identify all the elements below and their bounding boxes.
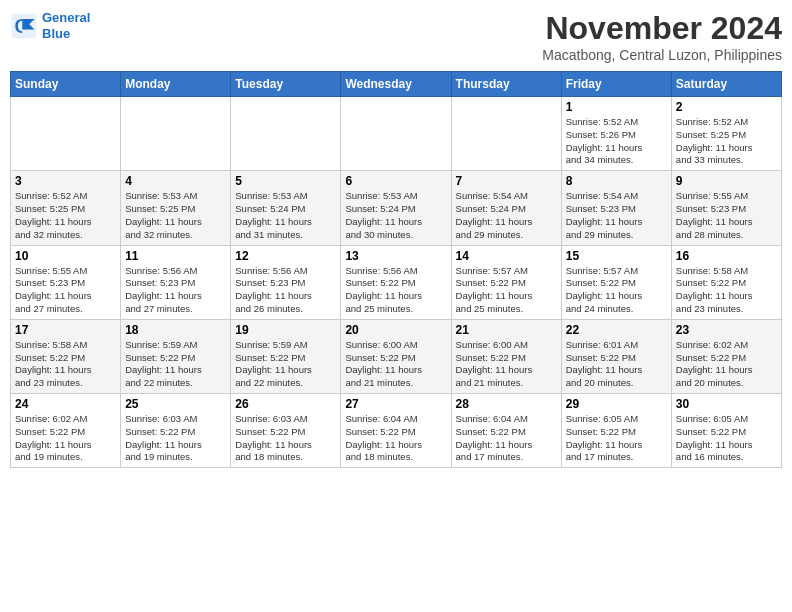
- day-info: Sunrise: 5:56 AM Sunset: 5:22 PM Dayligh…: [345, 265, 446, 316]
- calendar-cell: 30Sunrise: 6:05 AM Sunset: 5:22 PM Dayli…: [671, 394, 781, 468]
- day-info: Sunrise: 5:58 AM Sunset: 5:22 PM Dayligh…: [676, 265, 777, 316]
- calendar-cell: 10Sunrise: 5:55 AM Sunset: 5:23 PM Dayli…: [11, 245, 121, 319]
- logo: General Blue: [10, 10, 90, 41]
- calendar-cell: 29Sunrise: 6:05 AM Sunset: 5:22 PM Dayli…: [561, 394, 671, 468]
- day-info: Sunrise: 5:53 AM Sunset: 5:24 PM Dayligh…: [345, 190, 446, 241]
- day-info: Sunrise: 5:52 AM Sunset: 5:25 PM Dayligh…: [676, 116, 777, 167]
- day-info: Sunrise: 5:53 AM Sunset: 5:24 PM Dayligh…: [235, 190, 336, 241]
- day-number: 9: [676, 174, 777, 188]
- day-number: 1: [566, 100, 667, 114]
- day-number: 24: [15, 397, 116, 411]
- calendar-cell: 3Sunrise: 5:52 AM Sunset: 5:25 PM Daylig…: [11, 171, 121, 245]
- day-info: Sunrise: 5:56 AM Sunset: 5:23 PM Dayligh…: [235, 265, 336, 316]
- day-number: 4: [125, 174, 226, 188]
- day-number: 29: [566, 397, 667, 411]
- weekday-header-friday: Friday: [561, 72, 671, 97]
- calendar-cell: [11, 97, 121, 171]
- day-info: Sunrise: 5:52 AM Sunset: 5:25 PM Dayligh…: [15, 190, 116, 241]
- day-info: Sunrise: 6:02 AM Sunset: 5:22 PM Dayligh…: [676, 339, 777, 390]
- weekday-header-thursday: Thursday: [451, 72, 561, 97]
- calendar-cell: [451, 97, 561, 171]
- day-info: Sunrise: 6:00 AM Sunset: 5:22 PM Dayligh…: [345, 339, 446, 390]
- day-info: Sunrise: 5:57 AM Sunset: 5:22 PM Dayligh…: [456, 265, 557, 316]
- day-number: 22: [566, 323, 667, 337]
- day-info: Sunrise: 6:05 AM Sunset: 5:22 PM Dayligh…: [566, 413, 667, 464]
- day-number: 28: [456, 397, 557, 411]
- day-number: 2: [676, 100, 777, 114]
- day-info: Sunrise: 6:02 AM Sunset: 5:22 PM Dayligh…: [15, 413, 116, 464]
- calendar-table: SundayMondayTuesdayWednesdayThursdayFrid…: [10, 71, 782, 468]
- day-number: 8: [566, 174, 667, 188]
- day-number: 10: [15, 249, 116, 263]
- calendar-cell: 12Sunrise: 5:56 AM Sunset: 5:23 PM Dayli…: [231, 245, 341, 319]
- day-number: 18: [125, 323, 226, 337]
- day-info: Sunrise: 5:55 AM Sunset: 5:23 PM Dayligh…: [15, 265, 116, 316]
- day-number: 5: [235, 174, 336, 188]
- day-number: 17: [15, 323, 116, 337]
- day-info: Sunrise: 6:04 AM Sunset: 5:22 PM Dayligh…: [345, 413, 446, 464]
- calendar-cell: 6Sunrise: 5:53 AM Sunset: 5:24 PM Daylig…: [341, 171, 451, 245]
- weekday-header-sunday: Sunday: [11, 72, 121, 97]
- day-number: 7: [456, 174, 557, 188]
- day-number: 13: [345, 249, 446, 263]
- day-number: 30: [676, 397, 777, 411]
- calendar-cell: 19Sunrise: 5:59 AM Sunset: 5:22 PM Dayli…: [231, 319, 341, 393]
- page-header: General Blue November 2024 Macatbong, Ce…: [10, 10, 782, 63]
- day-info: Sunrise: 5:59 AM Sunset: 5:22 PM Dayligh…: [125, 339, 226, 390]
- calendar-cell: 26Sunrise: 6:03 AM Sunset: 5:22 PM Dayli…: [231, 394, 341, 468]
- day-info: Sunrise: 5:55 AM Sunset: 5:23 PM Dayligh…: [676, 190, 777, 241]
- calendar-cell: 22Sunrise: 6:01 AM Sunset: 5:22 PM Dayli…: [561, 319, 671, 393]
- calendar-cell: 24Sunrise: 6:02 AM Sunset: 5:22 PM Dayli…: [11, 394, 121, 468]
- month-title: November 2024: [542, 10, 782, 47]
- calendar-cell: 4Sunrise: 5:53 AM Sunset: 5:25 PM Daylig…: [121, 171, 231, 245]
- calendar-cell: 1Sunrise: 5:52 AM Sunset: 5:26 PM Daylig…: [561, 97, 671, 171]
- day-number: 15: [566, 249, 667, 263]
- day-number: 26: [235, 397, 336, 411]
- day-number: 11: [125, 249, 226, 263]
- calendar-week-2: 3Sunrise: 5:52 AM Sunset: 5:25 PM Daylig…: [11, 171, 782, 245]
- calendar-cell: 13Sunrise: 5:56 AM Sunset: 5:22 PM Dayli…: [341, 245, 451, 319]
- day-info: Sunrise: 5:59 AM Sunset: 5:22 PM Dayligh…: [235, 339, 336, 390]
- day-info: Sunrise: 5:58 AM Sunset: 5:22 PM Dayligh…: [15, 339, 116, 390]
- day-number: 20: [345, 323, 446, 337]
- day-number: 16: [676, 249, 777, 263]
- calendar-cell: 9Sunrise: 5:55 AM Sunset: 5:23 PM Daylig…: [671, 171, 781, 245]
- day-info: Sunrise: 6:04 AM Sunset: 5:22 PM Dayligh…: [456, 413, 557, 464]
- calendar-header: SundayMondayTuesdayWednesdayThursdayFrid…: [11, 72, 782, 97]
- day-number: 23: [676, 323, 777, 337]
- title-block: November 2024 Macatbong, Central Luzon, …: [542, 10, 782, 63]
- calendar-week-5: 24Sunrise: 6:02 AM Sunset: 5:22 PM Dayli…: [11, 394, 782, 468]
- calendar-cell: 28Sunrise: 6:04 AM Sunset: 5:22 PM Dayli…: [451, 394, 561, 468]
- calendar-week-4: 17Sunrise: 5:58 AM Sunset: 5:22 PM Dayli…: [11, 319, 782, 393]
- calendar-cell: 18Sunrise: 5:59 AM Sunset: 5:22 PM Dayli…: [121, 319, 231, 393]
- calendar-cell: 8Sunrise: 5:54 AM Sunset: 5:23 PM Daylig…: [561, 171, 671, 245]
- calendar-cell: 25Sunrise: 6:03 AM Sunset: 5:22 PM Dayli…: [121, 394, 231, 468]
- day-number: 27: [345, 397, 446, 411]
- calendar-cell: [341, 97, 451, 171]
- day-number: 12: [235, 249, 336, 263]
- calendar-cell: 17Sunrise: 5:58 AM Sunset: 5:22 PM Dayli…: [11, 319, 121, 393]
- calendar-cell: 23Sunrise: 6:02 AM Sunset: 5:22 PM Dayli…: [671, 319, 781, 393]
- day-info: Sunrise: 5:54 AM Sunset: 5:23 PM Dayligh…: [566, 190, 667, 241]
- day-info: Sunrise: 5:56 AM Sunset: 5:23 PM Dayligh…: [125, 265, 226, 316]
- day-info: Sunrise: 5:52 AM Sunset: 5:26 PM Dayligh…: [566, 116, 667, 167]
- calendar-cell: 27Sunrise: 6:04 AM Sunset: 5:22 PM Dayli…: [341, 394, 451, 468]
- day-number: 3: [15, 174, 116, 188]
- calendar-cell: 21Sunrise: 6:00 AM Sunset: 5:22 PM Dayli…: [451, 319, 561, 393]
- day-info: Sunrise: 6:00 AM Sunset: 5:22 PM Dayligh…: [456, 339, 557, 390]
- weekday-header-wednesday: Wednesday: [341, 72, 451, 97]
- calendar-cell: 14Sunrise: 5:57 AM Sunset: 5:22 PM Dayli…: [451, 245, 561, 319]
- day-number: 25: [125, 397, 226, 411]
- weekday-header-saturday: Saturday: [671, 72, 781, 97]
- calendar-cell: 16Sunrise: 5:58 AM Sunset: 5:22 PM Dayli…: [671, 245, 781, 319]
- logo-icon: [10, 12, 38, 40]
- calendar-cell: 11Sunrise: 5:56 AM Sunset: 5:23 PM Dayli…: [121, 245, 231, 319]
- day-number: 6: [345, 174, 446, 188]
- calendar-week-1: 1Sunrise: 5:52 AM Sunset: 5:26 PM Daylig…: [11, 97, 782, 171]
- location-subtitle: Macatbong, Central Luzon, Philippines: [542, 47, 782, 63]
- day-info: Sunrise: 6:03 AM Sunset: 5:22 PM Dayligh…: [235, 413, 336, 464]
- calendar-week-3: 10Sunrise: 5:55 AM Sunset: 5:23 PM Dayli…: [11, 245, 782, 319]
- weekday-row: SundayMondayTuesdayWednesdayThursdayFrid…: [11, 72, 782, 97]
- calendar-body: 1Sunrise: 5:52 AM Sunset: 5:26 PM Daylig…: [11, 97, 782, 468]
- day-number: 21: [456, 323, 557, 337]
